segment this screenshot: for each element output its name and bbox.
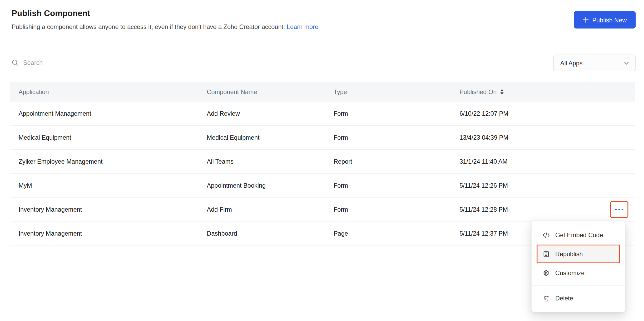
component-name-cell: Add Review xyxy=(207,110,334,117)
menu-divider xyxy=(532,285,625,286)
page-title: Publish Component xyxy=(12,9,90,18)
search-input[interactable] xyxy=(23,59,147,66)
page-subtitle: Publishing a component allows anyone to … xyxy=(12,23,318,30)
row-actions-menu: Get Embed Code Republish Customize xyxy=(531,220,625,313)
type-cell: Form xyxy=(334,110,459,117)
apps-filter-dropdown[interactable]: All Apps xyxy=(553,55,636,71)
column-header-component-name: Component Name xyxy=(207,88,334,95)
type-cell: Report xyxy=(334,158,459,165)
table-row: Appointment Management Add Review Form 6… xyxy=(10,102,635,126)
menu-item-label: Customize xyxy=(555,269,584,276)
row-actions-button[interactable] xyxy=(610,201,628,218)
component-name-cell: All Teams xyxy=(207,158,334,165)
table-row: Medical Equipment Medical Equipment Form… xyxy=(10,126,635,150)
type-cell: Form xyxy=(334,182,459,189)
table-row: MyM Appointment Booking Form 5/11/24 12:… xyxy=(10,174,635,198)
menu-item-republish[interactable]: Republish xyxy=(537,245,620,263)
search-icon xyxy=(12,59,19,66)
published-on-label: Published On xyxy=(459,88,497,95)
chevron-down-icon xyxy=(623,60,630,66)
row-actions xyxy=(596,201,635,218)
application-cell: Medical Equipment xyxy=(10,134,207,141)
menu-item-customize[interactable]: Customize xyxy=(532,263,625,283)
sort-icon xyxy=(500,89,504,95)
published-on-cell: 31/1/24 11:40 AM xyxy=(459,158,596,165)
application-cell: Inventory Management xyxy=(10,206,207,213)
menu-item-delete[interactable]: Delete xyxy=(532,288,625,308)
component-name-cell: Appointment Booking xyxy=(207,182,334,189)
menu-item-label: Delete xyxy=(555,295,573,302)
published-on-cell: 13/4/23 04:39 PM xyxy=(459,134,596,141)
application-cell: Inventory Management xyxy=(10,230,207,237)
application-cell: MyM xyxy=(10,182,207,189)
ellipsis-icon xyxy=(615,208,624,210)
type-cell: Page xyxy=(334,230,459,237)
publish-component-page: Publish Component Publishing a component… xyxy=(0,0,644,321)
published-on-cell: 5/11/24 12:28 PM xyxy=(459,206,596,213)
component-name-cell: Add Firm xyxy=(207,206,334,213)
publish-new-label: Publish New xyxy=(592,16,627,23)
republish-icon xyxy=(542,251,550,257)
gear-icon xyxy=(542,270,550,276)
published-on-cell: 6/10/22 12:07 PM xyxy=(459,110,596,117)
column-header-type: Type xyxy=(334,88,459,95)
table-row: Zylker Employee Management All Teams Rep… xyxy=(10,150,635,174)
plus-icon xyxy=(583,17,588,23)
menu-item-get-embed-code[interactable]: Get Embed Code xyxy=(532,225,625,245)
toolbar: All Apps xyxy=(10,55,636,71)
content: Publish Component Publishing a component… xyxy=(0,0,644,321)
trash-icon xyxy=(542,295,550,301)
published-on-cell: 5/11/24 12:26 PM xyxy=(459,182,596,189)
component-name-cell: Medical Equipment xyxy=(207,134,334,141)
table-header-row: Application Component Name Type Publishe… xyxy=(10,82,635,101)
menu-item-label: Get Embed Code xyxy=(555,231,603,239)
column-header-application: Application xyxy=(10,88,207,95)
menu-item-label: Republish xyxy=(555,250,583,257)
page-header: Publish Component Publishing a component… xyxy=(0,0,644,41)
apps-filter-value: All Apps xyxy=(560,59,583,66)
publish-new-button[interactable]: Publish New xyxy=(574,11,636,28)
application-cell: Zylker Employee Management xyxy=(10,158,207,165)
table-row: Inventory Management Add Firm Form 5/11/… xyxy=(10,197,635,221)
search-box xyxy=(10,59,147,71)
application-cell: Appointment Management xyxy=(10,110,207,117)
page-subtitle-text: Publishing a component allows anyone to … xyxy=(12,23,285,30)
type-cell: Form xyxy=(334,134,459,141)
embed-code-icon xyxy=(542,232,550,238)
type-cell: Form xyxy=(334,206,459,213)
learn-more-link[interactable]: Learn more xyxy=(287,23,318,30)
column-header-published-on[interactable]: Published On xyxy=(459,88,596,95)
component-name-cell: Dashboard xyxy=(207,230,334,237)
